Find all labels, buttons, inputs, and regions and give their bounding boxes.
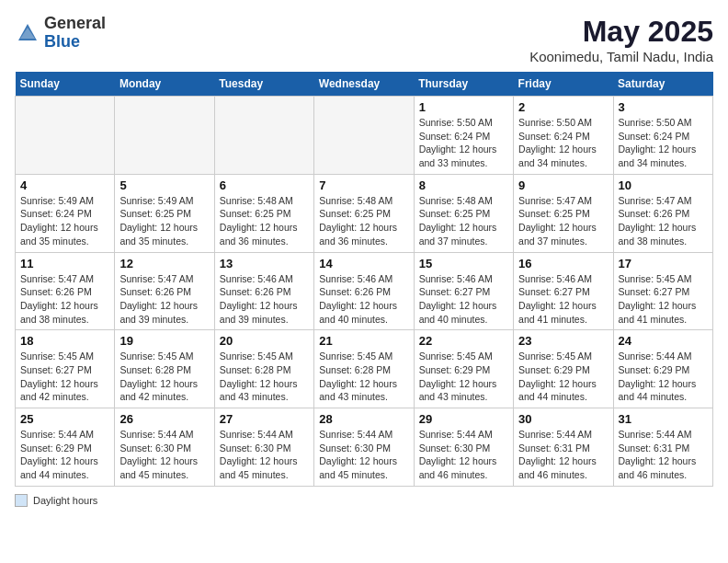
day-info: Sunrise: 5:44 AMSunset: 6:29 PMDaylight:… bbox=[20, 428, 109, 482]
day-number: 16 bbox=[518, 257, 608, 270]
day-number: 31 bbox=[619, 412, 708, 426]
calendar-cell: 14Sunrise: 5:46 AMSunset: 6:26 PMDayligh… bbox=[314, 252, 414, 330]
day-number: 9 bbox=[518, 178, 608, 192]
day-number: 25 bbox=[20, 412, 109, 426]
day-info: Sunrise: 5:45 AMSunset: 6:28 PMDaylight:… bbox=[319, 350, 408, 404]
day-info: Sunrise: 5:47 AMSunset: 6:26 PMDaylight:… bbox=[619, 194, 708, 248]
calendar-cell: 27Sunrise: 5:44 AMSunset: 6:30 PMDayligh… bbox=[214, 408, 313, 487]
calendar-cell: 20Sunrise: 5:45 AMSunset: 6:28 PMDayligh… bbox=[214, 330, 313, 408]
logo: General Blue bbox=[15, 15, 106, 52]
logo-icon bbox=[15, 20, 40, 46]
day-number: 13 bbox=[220, 257, 309, 270]
day-info: Sunrise: 5:47 AMSunset: 6:26 PMDaylight:… bbox=[20, 272, 109, 327]
calendar-cell: 1Sunrise: 5:50 AMSunset: 6:24 PMDaylight… bbox=[414, 97, 513, 175]
day-info: Sunrise: 5:44 AMSunset: 6:30 PMDaylight:… bbox=[119, 428, 209, 482]
day-number: 5 bbox=[119, 178, 209, 192]
day-info: Sunrise: 5:45 AMSunset: 6:29 PMDaylight:… bbox=[518, 350, 608, 404]
calendar-cell: 22Sunrise: 5:45 AMSunset: 6:29 PMDayligh… bbox=[414, 330, 513, 408]
day-number: 11 bbox=[20, 257, 109, 270]
calendar-cell: 26Sunrise: 5:44 AMSunset: 6:30 PMDayligh… bbox=[115, 408, 214, 487]
day-number: 24 bbox=[619, 334, 708, 348]
calendar-cell bbox=[115, 97, 214, 175]
day-info: Sunrise: 5:46 AMSunset: 6:27 PMDaylight:… bbox=[419, 272, 508, 327]
calendar-week-row: 11Sunrise: 5:47 AMSunset: 6:26 PMDayligh… bbox=[16, 252, 713, 330]
calendar-cell: 2Sunrise: 5:50 AMSunset: 6:24 PMDaylight… bbox=[514, 97, 613, 175]
calendar-cell bbox=[16, 97, 115, 175]
calendar-cell: 21Sunrise: 5:45 AMSunset: 6:28 PMDayligh… bbox=[314, 330, 414, 408]
calendar-cell: 17Sunrise: 5:45 AMSunset: 6:27 PMDayligh… bbox=[613, 252, 712, 330]
calendar-cell: 12Sunrise: 5:47 AMSunset: 6:26 PMDayligh… bbox=[115, 252, 214, 330]
day-info: Sunrise: 5:44 AMSunset: 6:30 PMDaylight:… bbox=[419, 428, 508, 482]
weekday-header-friday: Friday bbox=[514, 72, 613, 97]
calendar-cell: 23Sunrise: 5:45 AMSunset: 6:29 PMDayligh… bbox=[514, 330, 613, 408]
day-info: Sunrise: 5:50 AMSunset: 6:24 PMDaylight:… bbox=[619, 116, 708, 170]
day-info: Sunrise: 5:44 AMSunset: 6:29 PMDaylight:… bbox=[619, 350, 708, 404]
calendar-cell bbox=[314, 97, 414, 175]
calendar-cell: 10Sunrise: 5:47 AMSunset: 6:26 PMDayligh… bbox=[613, 174, 712, 252]
day-info: Sunrise: 5:47 AMSunset: 6:25 PMDaylight:… bbox=[518, 194, 608, 248]
calendar-cell: 8Sunrise: 5:48 AMSunset: 6:25 PMDaylight… bbox=[414, 174, 513, 252]
location: Koonimedu, Tamil Nadu, India bbox=[529, 49, 713, 64]
day-info: Sunrise: 5:49 AMSunset: 6:25 PMDaylight:… bbox=[119, 194, 209, 248]
day-number: 20 bbox=[220, 334, 309, 348]
page-header: General Blue May 2025 Koonimedu, Tamil N… bbox=[15, 15, 713, 64]
day-info: Sunrise: 5:50 AMSunset: 6:24 PMDaylight:… bbox=[518, 116, 608, 170]
day-number: 18 bbox=[20, 334, 109, 348]
day-info: Sunrise: 5:50 AMSunset: 6:24 PMDaylight:… bbox=[419, 116, 508, 170]
weekday-header-sunday: Sunday bbox=[16, 72, 115, 97]
day-number: 12 bbox=[119, 257, 209, 270]
day-info: Sunrise: 5:45 AMSunset: 6:29 PMDaylight:… bbox=[419, 350, 508, 404]
day-number: 17 bbox=[619, 257, 708, 270]
day-number: 3 bbox=[619, 100, 708, 114]
day-number: 26 bbox=[119, 412, 209, 426]
title-section: May 2025 Koonimedu, Tamil Nadu, India bbox=[529, 15, 713, 64]
logo-general: General bbox=[44, 15, 106, 33]
footer-note: Daylight hours bbox=[15, 494, 713, 507]
calendar-cell: 9Sunrise: 5:47 AMSunset: 6:25 PMDaylight… bbox=[514, 174, 613, 252]
calendar-cell: 13Sunrise: 5:46 AMSunset: 6:26 PMDayligh… bbox=[214, 252, 313, 330]
calendar-cell: 25Sunrise: 5:44 AMSunset: 6:29 PMDayligh… bbox=[16, 408, 115, 487]
day-info: Sunrise: 5:45 AMSunset: 6:28 PMDaylight:… bbox=[220, 350, 309, 404]
calendar-cell: 4Sunrise: 5:49 AMSunset: 6:24 PMDaylight… bbox=[16, 174, 115, 252]
logo-text: General Blue bbox=[44, 15, 106, 52]
calendar-cell: 6Sunrise: 5:48 AMSunset: 6:25 PMDaylight… bbox=[214, 174, 313, 252]
day-number: 10 bbox=[619, 178, 708, 192]
calendar-cell: 24Sunrise: 5:44 AMSunset: 6:29 PMDayligh… bbox=[613, 330, 712, 408]
svg-marker-2 bbox=[20, 28, 35, 39]
weekday-header-row: SundayMondayTuesdayWednesdayThursdayFrid… bbox=[16, 72, 713, 97]
day-number: 6 bbox=[220, 178, 309, 192]
day-info: Sunrise: 5:46 AMSunset: 6:27 PMDaylight:… bbox=[518, 272, 608, 327]
day-info: Sunrise: 5:48 AMSunset: 6:25 PMDaylight:… bbox=[319, 194, 408, 248]
day-number: 8 bbox=[419, 178, 508, 192]
day-info: Sunrise: 5:48 AMSunset: 6:25 PMDaylight:… bbox=[220, 194, 309, 248]
day-number: 1 bbox=[419, 100, 508, 114]
day-info: Sunrise: 5:46 AMSunset: 6:26 PMDaylight:… bbox=[220, 272, 309, 327]
weekday-header-wednesday: Wednesday bbox=[314, 72, 414, 97]
calendar-cell: 18Sunrise: 5:45 AMSunset: 6:27 PMDayligh… bbox=[16, 330, 115, 408]
day-number: 29 bbox=[419, 412, 508, 426]
day-info: Sunrise: 5:45 AMSunset: 6:27 PMDaylight:… bbox=[619, 272, 708, 327]
calendar-cell: 3Sunrise: 5:50 AMSunset: 6:24 PMDaylight… bbox=[613, 97, 712, 175]
month-title: May 2025 bbox=[529, 15, 713, 49]
day-number: 30 bbox=[518, 412, 608, 426]
calendar-week-row: 1Sunrise: 5:50 AMSunset: 6:24 PMDaylight… bbox=[16, 97, 713, 175]
calendar-cell: 19Sunrise: 5:45 AMSunset: 6:28 PMDayligh… bbox=[115, 330, 214, 408]
calendar-cell: 15Sunrise: 5:46 AMSunset: 6:27 PMDayligh… bbox=[414, 252, 513, 330]
calendar-week-row: 18Sunrise: 5:45 AMSunset: 6:27 PMDayligh… bbox=[16, 330, 713, 408]
day-number: 14 bbox=[319, 257, 408, 270]
logo-blue: Blue bbox=[44, 33, 106, 52]
day-number: 27 bbox=[220, 412, 309, 426]
calendar-week-row: 4Sunrise: 5:49 AMSunset: 6:24 PMDaylight… bbox=[16, 174, 713, 252]
day-info: Sunrise: 5:47 AMSunset: 6:26 PMDaylight:… bbox=[119, 272, 209, 327]
calendar-week-row: 25Sunrise: 5:44 AMSunset: 6:29 PMDayligh… bbox=[16, 408, 713, 487]
day-number: 2 bbox=[518, 100, 608, 114]
day-number: 15 bbox=[419, 257, 508, 270]
calendar-cell: 29Sunrise: 5:44 AMSunset: 6:30 PMDayligh… bbox=[414, 408, 513, 487]
calendar-table: SundayMondayTuesdayWednesdayThursdayFrid… bbox=[15, 72, 713, 487]
calendar-cell: 30Sunrise: 5:44 AMSunset: 6:31 PMDayligh… bbox=[514, 408, 613, 487]
day-info: Sunrise: 5:44 AMSunset: 6:31 PMDaylight:… bbox=[619, 428, 708, 482]
day-info: Sunrise: 5:44 AMSunset: 6:31 PMDaylight:… bbox=[518, 428, 608, 482]
calendar-cell: 5Sunrise: 5:49 AMSunset: 6:25 PMDaylight… bbox=[115, 174, 214, 252]
weekday-header-saturday: Saturday bbox=[613, 72, 712, 97]
day-info: Sunrise: 5:44 AMSunset: 6:30 PMDaylight:… bbox=[319, 428, 408, 482]
